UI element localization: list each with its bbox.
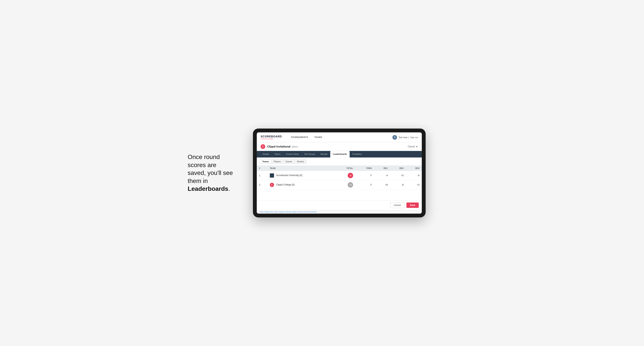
tab-leaderboards[interactable]: Leaderboards [330, 151, 350, 158]
tab-results[interactable]: Results [318, 151, 330, 158]
nav-links: TOURNAMENTS TEAMS [288, 132, 325, 142]
col-rd2: RD2 [390, 166, 406, 171]
logo-sub: Powered by clippd [260, 138, 282, 140]
url-text: https://stage-blue-coach.stagescoreboard… [260, 211, 317, 213]
logo-text: SCOREBOARD [260, 135, 282, 138]
score-badge-gray: +3 [348, 182, 353, 187]
table-row: 2 C Clippd College [A] +3 F +8 -8 +3 [257, 180, 422, 190]
rd3-cell: -6 [406, 171, 422, 180]
leaderboard-table: # TEAM TOTAL THRU RD1 RD2 RD3 1 [257, 166, 422, 190]
description-line4: them in [188, 177, 208, 184]
top-nav: SCOREBOARD Powered by clippd TOURNAMENTS… [257, 132, 422, 142]
tournament-header: C Clippd Invitational (Men) Cancel ✕ [257, 142, 422, 151]
rd1-cell: +8 [374, 180, 390, 190]
tournament-category: (Men) [292, 145, 298, 148]
sign-out-link[interactable]: Sign out [410, 136, 418, 139]
subtab-strokes[interactable]: Strokes [294, 160, 306, 164]
page-wrapper: Once round scores are saved, you'll see … [188, 129, 456, 217]
tab-tee-groups[interactable]: Tee Groups [302, 151, 318, 158]
left-description: Once round scores are saved, you'll see … [188, 153, 242, 193]
tablet-screen: SCOREBOARD Powered by clippd TOURNAMENTS… [257, 132, 422, 214]
sub-tabs: Teams Players Scores Strokes [257, 158, 422, 166]
rd2-cell: +5 [390, 171, 406, 180]
logo-area: SCOREBOARD Powered by clippd [260, 135, 282, 140]
col-rd1: RD1 [374, 166, 390, 171]
rank-cell: 2 [257, 180, 268, 190]
subtab-scores[interactable]: Scores [283, 160, 294, 164]
total-cell: +3 [335, 180, 356, 190]
content-area: # TEAM TOTAL THRU RD1 RD2 RD3 1 [257, 166, 422, 200]
col-thru: THRU [356, 166, 374, 171]
tournament-cancel-btn[interactable]: Cancel ✕ [408, 145, 418, 148]
table-row: 1 Scoreboard University [A] -5 F -4 +5 [257, 171, 422, 180]
tab-printables[interactable]: Printables [350, 151, 364, 158]
team-logo [270, 173, 274, 177]
score-badge-red: -5 [348, 173, 353, 178]
tab-bar: Details Teams Course Setup Tee Groups Re… [257, 151, 422, 158]
tournament-name: Clippd Invitational [267, 145, 290, 148]
footer-cancel-button[interactable]: Cancel [390, 202, 404, 208]
description-bold: Leaderboards [188, 185, 228, 192]
logo-sub-prefix: Powered by [260, 138, 269, 140]
table-header: # TEAM TOTAL THRU RD1 RD2 RD3 [257, 166, 422, 171]
tab-teams[interactable]: Teams [272, 151, 283, 158]
col-team: TEAM [268, 166, 335, 171]
tournament-icon: C [260, 144, 265, 149]
team-name: Clippd College [A] [276, 183, 294, 186]
rank-cell: 1 [257, 171, 268, 180]
user-name: Test User | [398, 136, 408, 139]
logo-brand: clippd [269, 138, 273, 140]
col-total: TOTAL [335, 166, 356, 171]
team-cell: Scoreboard University [A] [268, 171, 335, 180]
subtab-players[interactable]: Players [271, 160, 283, 164]
user-avatar: S [392, 135, 397, 140]
footer-save-button[interactable]: Save [406, 202, 419, 208]
subtab-teams[interactable]: Teams [260, 160, 271, 164]
tablet-frame: SCOREBOARD Powered by clippd TOURNAMENTS… [253, 129, 426, 217]
description-line2: scores are [188, 162, 216, 169]
table-body: 1 Scoreboard University [A] -5 F -4 +5 [257, 171, 422, 190]
team-logo: C [270, 183, 274, 187]
rd1-cell: -4 [374, 171, 390, 180]
user-initial: S [394, 136, 396, 138]
footer-bar: Cancel Save [257, 200, 422, 210]
tab-details[interactable]: Details [260, 151, 272, 158]
close-icon: ✕ [416, 145, 418, 148]
rd2-cell: -8 [390, 180, 406, 190]
nav-teams[interactable]: TEAMS [311, 132, 325, 142]
nav-right: S Test User | Sign out [392, 135, 418, 140]
nav-tournaments[interactable]: TOURNAMENTS [288, 132, 311, 142]
team-cell: C Clippd College [A] [268, 180, 335, 190]
description-line1: Once round [188, 154, 220, 160]
col-rank: # [257, 166, 268, 171]
thru-cell: F [356, 171, 374, 180]
description-end: . [228, 185, 230, 192]
total-cell: -5 [335, 171, 356, 180]
team-name: Scoreboard University [A] [276, 174, 302, 177]
url-bar: https://stage-blue-coach.stagescoreboard… [257, 210, 422, 214]
tab-course-setup[interactable]: Course Setup [283, 151, 302, 158]
col-rd3: RD3 [406, 166, 422, 171]
thru-cell: F [356, 180, 374, 190]
rd3-cell: +3 [406, 180, 422, 190]
description-line3: saved, you'll see [188, 169, 233, 176]
